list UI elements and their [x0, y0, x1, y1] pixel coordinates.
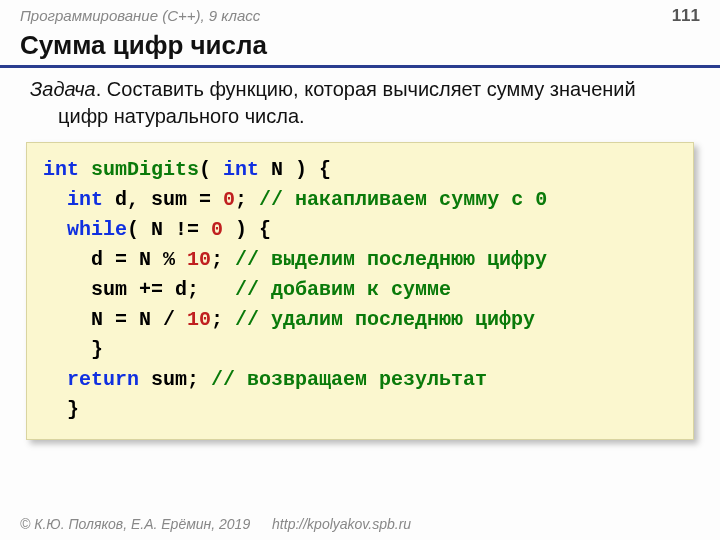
footer-link: http://kpolyakov.spb.ru	[272, 516, 411, 532]
task-statement: Задача. Составить функцию, которая вычис…	[28, 74, 720, 138]
copyright: © К.Ю. Поляков, Е.А. Ерёмин, 2019	[20, 516, 250, 532]
task-lead: Задача	[30, 78, 96, 100]
page-number: 111	[672, 6, 700, 26]
slide-footer: © К.Ю. Поляков, Е.А. Ерёмин, 2019 http:/…	[0, 510, 720, 540]
course-name: Программирование (C++), 9 класс	[20, 7, 260, 24]
task-body: . Составить функцию, которая вычисляет с…	[58, 78, 636, 127]
slide-title: Сумма цифр числа	[0, 28, 720, 68]
slide-header: Программирование (C++), 9 класс 111	[0, 0, 720, 28]
code-block: int sumDigits( int N ) { int d, sum = 0;…	[26, 142, 694, 440]
